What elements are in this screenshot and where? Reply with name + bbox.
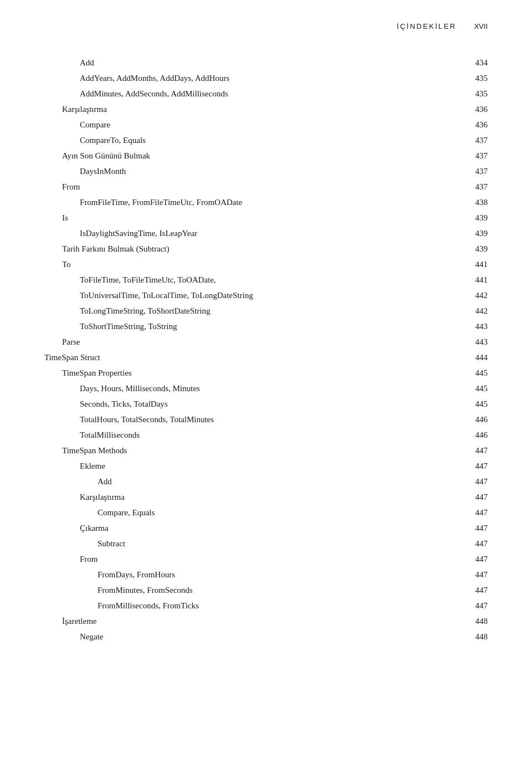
entry-label: FromDays, FromHours [98, 568, 460, 581]
toc-entry-row: Add447 [44, 474, 488, 489]
entry-page-number: 436 [460, 118, 488, 131]
toc-entry-row: FromFileTime, FromFileTimeUtc, FromOADat… [44, 194, 488, 210]
entry-page-number: 447 [460, 552, 488, 566]
toc-entry-row: ToLongTimeString, ToShortDateString442 [44, 303, 488, 319]
entry-page-number: 437 [460, 180, 488, 193]
toc-entry-row: To441 [44, 257, 488, 272]
entry-page-number: 441 [460, 258, 488, 271]
entry-page-number: 439 [460, 242, 488, 255]
entry-page-number: 439 [460, 227, 488, 240]
toc-content: Add434AddYears, AddMonths, AddDays, AddH… [44, 55, 488, 644]
entry-page-number: 445 [460, 366, 488, 380]
entry-page-number: 448 [460, 630, 488, 643]
entry-label: İşaretleme [62, 614, 460, 628]
entry-page-number: 442 [460, 304, 488, 317]
entry-label: Compare, Equals [98, 506, 460, 519]
entry-label: ToFileTime, ToFileTimeUtc, ToOADate, [80, 273, 460, 286]
toc-entry-row: TotalHours, TotalSeconds, TotalMinutes44… [44, 412, 488, 427]
toc-entry-row: FromMinutes, FromSeconds447 [44, 582, 488, 598]
entry-label: TimeSpan Properties [62, 366, 460, 380]
toc-entry-row: Add434 [44, 55, 488, 70]
entry-page-number: 443 [460, 320, 488, 333]
toc-entry-row: Tarih Farkını Bulmak (Subtract)439 [44, 241, 488, 257]
toc-entry-row: AddMinutes, AddSeconds, AddMilliseconds4… [44, 86, 488, 101]
entry-label: AddYears, AddMonths, AddDays, AddHours [80, 71, 460, 85]
entry-page-number: 447 [460, 475, 488, 488]
entry-label: Çıkarma [80, 521, 460, 535]
entry-page-number: 435 [460, 71, 488, 85]
header-page-num: XVII [474, 22, 488, 30]
entry-label: DaysInMonth [80, 165, 460, 178]
toc-entry-row: Karşılaştırma436 [44, 101, 488, 117]
entry-label: AddMinutes, AddSeconds, AddMilliseconds [80, 87, 460, 100]
entry-label: ToShortTimeString, ToString [80, 320, 460, 333]
entry-page-number: 447 [460, 444, 488, 457]
toc-entry-row: Negate448 [44, 629, 488, 644]
entry-label: To [62, 258, 460, 271]
entry-label: CompareTo, Equals [80, 134, 460, 147]
entry-page-number: 444 [460, 351, 488, 364]
toc-entry-row: Ayın Son Gününü Bulmak437 [44, 148, 488, 163]
entry-page-number: 436 [460, 102, 488, 116]
toc-entry-row: TotalMilliseconds446 [44, 427, 488, 443]
entry-page-number: 447 [460, 506, 488, 519]
entry-page-number: 447 [460, 521, 488, 535]
entry-label: FromMilliseconds, FromTicks [98, 599, 460, 612]
entry-label: IsDaylightSavingTime, IsLeapYear [80, 227, 460, 240]
entry-label: Parse [62, 335, 460, 348]
entry-page-number: 447 [460, 537, 488, 550]
toc-entry-row: CompareTo, Equals437 [44, 132, 488, 148]
entry-label: FromMinutes, FromSeconds [98, 583, 460, 597]
entry-label: ToUniversalTime, ToLocalTime, ToLongDate… [80, 289, 460, 302]
entry-page-number: 445 [460, 382, 488, 395]
toc-entry-row: Karşılaştırma447 [44, 489, 488, 505]
entry-page-number: 448 [460, 614, 488, 628]
entry-page-number: 434 [460, 56, 488, 69]
toc-entry-row: İşaretleme448 [44, 613, 488, 629]
entry-label: From [62, 180, 460, 193]
entry-label: Add [80, 56, 460, 69]
toc-entry-row: DaysInMonth437 [44, 163, 488, 179]
entry-label: Subtract [98, 537, 460, 550]
entry-label: Seconds, Ticks, TotalDays [80, 397, 460, 411]
entry-page-number: 442 [460, 289, 488, 302]
toc-entry-row: TimeSpan Properties445 [44, 365, 488, 381]
toc-entry-row: Is439 [44, 210, 488, 226]
entry-label: Is [62, 211, 460, 224]
entry-page-number: 447 [460, 568, 488, 581]
entry-page-number: 447 [460, 599, 488, 612]
entry-page-number: 437 [460, 165, 488, 178]
entry-page-number: 439 [460, 211, 488, 224]
toc-entry-row: Compare, Equals447 [44, 505, 488, 520]
entry-page-number: 437 [460, 149, 488, 162]
toc-entry-row: Subtract447 [44, 536, 488, 551]
entry-label: TotalHours, TotalSeconds, TotalMinutes [80, 413, 460, 426]
page: İÇİNDEKİLER XVII Add434AddYears, AddMont… [0, 0, 532, 779]
entry-label: From [80, 552, 460, 566]
entry-label: FromFileTime, FromFileTimeUtc, FromOADat… [80, 196, 460, 209]
toc-entry-row: From447 [44, 551, 488, 567]
entry-page-number: 435 [460, 87, 488, 100]
entry-page-number: 437 [460, 134, 488, 147]
toc-entry-row: FromDays, FromHours447 [44, 567, 488, 582]
page-header: İÇİNDEKİLER XVII [44, 22, 488, 35]
toc-entry-row: Compare436 [44, 117, 488, 132]
toc-entry-row: From437 [44, 179, 488, 194]
toc-entry-row: ToUniversalTime, ToLocalTime, ToLongDate… [44, 288, 488, 303]
entry-label: Karşılaştırma [80, 490, 460, 504]
toc-entry-row: AddYears, AddMonths, AddDays, AddHours43… [44, 70, 488, 86]
toc-entry-row: ToShortTimeString, ToString443 [44, 319, 488, 334]
entry-label: Ayın Son Gününü Bulmak [62, 149, 460, 162]
toc-entry-row: Ekleme447 [44, 458, 488, 474]
entry-page-number: 447 [460, 459, 488, 473]
toc-entry-row: Days, Hours, Milliseconds, Minutes445 [44, 381, 488, 396]
toc-entry-row: ToFileTime, ToFileTimeUtc, ToOADate,441 [44, 272, 488, 288]
toc-entry-row: TimeSpan Struct444 [44, 350, 488, 365]
toc-entry-row: Parse443 [44, 334, 488, 350]
entry-label: Compare [80, 118, 460, 131]
entry-page-number: 447 [460, 583, 488, 597]
entry-page-number: 446 [460, 428, 488, 442]
entry-label: ToLongTimeString, ToShortDateString [80, 304, 460, 317]
entry-label: Add [98, 475, 460, 488]
entry-page-number: 446 [460, 413, 488, 426]
